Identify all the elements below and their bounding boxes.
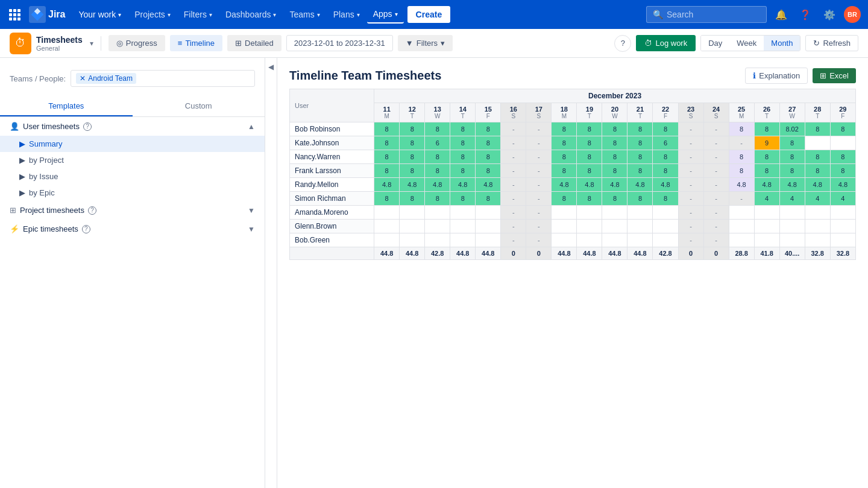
- footer-cell: 0: [678, 247, 703, 260]
- nav-menu: Your work ▾ Projects ▾ Filters ▾ Dashboa…: [72, 5, 644, 24]
- refresh-button[interactable]: ↻ Refresh: [805, 35, 858, 51]
- timesheets-table: User December 2023 11M12T13W14T15F16S17S…: [289, 89, 856, 260]
- create-button[interactable]: Create: [407, 6, 451, 23]
- table-row: Randy.Mellon4.84.84.84.84.8--4.84.84.84.…: [290, 178, 856, 192]
- timesheet-cell: -: [526, 178, 552, 192]
- timesheet-cell: 8: [476, 164, 501, 178]
- timesheet-cell: 8: [425, 164, 450, 178]
- timesheet-cell: [425, 220, 450, 233]
- footer-cell: 44.8: [627, 247, 653, 260]
- timesheet-cell: 8: [450, 192, 476, 206]
- date-range-button[interactable]: 2023-12-01 to 2023-12-31: [286, 35, 393, 51]
- timesheet-cell: -: [678, 233, 703, 247]
- teams-input[interactable]: ✕ Android Team: [71, 70, 255, 87]
- timesheet-cell: 8: [805, 122, 830, 136]
- tab-custom[interactable]: Custom: [133, 97, 265, 116]
- timesheet-cell: -: [729, 192, 754, 206]
- chevron-down-icon: ▾: [273, 11, 276, 18]
- excel-button[interactable]: ⊞ Excel: [813, 68, 856, 83]
- nav-your-work[interactable]: Your work ▾: [72, 6, 127, 23]
- timesheet-cell: -: [729, 136, 754, 150]
- timeline-view-button[interactable]: ≡ Timeline: [170, 35, 222, 51]
- help-button[interactable]: ❓: [796, 5, 815, 24]
- timesheet-cell: [779, 220, 805, 233]
- timesheet-cell: [627, 233, 653, 247]
- table-row: Kate.Johnson88688--88886---98: [290, 136, 856, 150]
- filters-button[interactable]: ▼ Filters ▾: [398, 35, 453, 51]
- detailed-view-button[interactable]: ⊞ Detailed: [227, 35, 281, 51]
- settings-button[interactable]: ⚙️: [820, 5, 839, 24]
- explanation-button[interactable]: ℹ Explanation: [745, 68, 808, 84]
- timesheet-cell: -: [526, 233, 552, 247]
- timesheet-cell: -: [526, 206, 552, 220]
- nav-plans[interactable]: Plans ▾: [327, 6, 366, 23]
- timesheet-cell: 8: [627, 192, 653, 206]
- day-header-16: 16S: [501, 103, 526, 122]
- info-icon: ℹ: [753, 71, 756, 80]
- nav-apps[interactable]: Apps ▾: [367, 5, 404, 24]
- footer-cell: 41.8: [754, 247, 779, 260]
- timesheet-cell: -: [678, 122, 703, 136]
- notifications-button[interactable]: 🔔: [772, 5, 791, 24]
- title-chevron-icon[interactable]: ▾: [90, 39, 93, 48]
- timesheet-cell: 8: [552, 192, 577, 206]
- avatar[interactable]: BR: [844, 6, 861, 23]
- filter-chevron-icon: ▾: [441, 39, 445, 48]
- epic-timesheets-section[interactable]: ⚡ Epic timesheets ? ▼: [0, 220, 265, 238]
- footer-cell: 44.8: [450, 247, 476, 260]
- timesheet-cell: [425, 206, 450, 220]
- timesheet-cell: [653, 233, 678, 247]
- timesheet-cell: 4.8: [476, 178, 501, 192]
- timesheet-cell: [400, 206, 425, 220]
- nav-by-project[interactable]: ▶ by Project: [0, 152, 265, 168]
- timesheet-cell: -: [501, 178, 526, 192]
- tag-close-button[interactable]: ✕: [80, 74, 86, 83]
- progress-view-button[interactable]: ◎ Progress: [108, 35, 165, 51]
- context-help-button[interactable]: ?: [614, 35, 631, 52]
- user-name-cell: Nancy.Warren: [290, 150, 374, 164]
- timesheet-cell: [805, 220, 830, 233]
- day-header-28: 28T: [805, 103, 830, 122]
- log-work-button[interactable]: ⏱ Log work: [636, 35, 696, 51]
- month-button[interactable]: Month: [764, 36, 800, 51]
- tab-templates[interactable]: Templates: [0, 97, 133, 116]
- chevron-down-icon: ▾: [357, 11, 360, 18]
- footer-row: 44.844.842.844.844.80044.844.844.844.842…: [290, 247, 856, 260]
- project-timesheets-section[interactable]: ⊞ Project timesheets ? ▼: [0, 201, 265, 220]
- timesheet-cell: [627, 220, 653, 233]
- timesheet-cell: 8: [450, 136, 476, 150]
- app-switcher-button[interactable]: [7, 7, 22, 22]
- timesheet-cell: 8: [602, 164, 627, 178]
- timesheet-cell: -: [703, 220, 729, 233]
- user-name-cell: Bob Robinson: [290, 122, 374, 136]
- epic-timesheets-help-icon[interactable]: ?: [82, 225, 90, 233]
- nav-projects[interactable]: Projects ▾: [128, 6, 177, 23]
- footer-cell: 32.8: [830, 247, 855, 260]
- project-timesheets-help-icon[interactable]: ?: [88, 206, 96, 215]
- chevron-down-icon: ▾: [209, 11, 212, 18]
- search-input[interactable]: [667, 10, 751, 19]
- nav-dashboards[interactable]: Dashboards ▾: [219, 6, 283, 23]
- day-button[interactable]: Day: [701, 36, 729, 51]
- user-timesheets-help-icon[interactable]: ?: [83, 122, 92, 131]
- nav-teams[interactable]: Teams ▾: [283, 6, 326, 23]
- week-button[interactable]: Week: [729, 36, 764, 51]
- month-header: December 2023: [374, 89, 856, 103]
- timesheet-cell: -: [678, 192, 703, 206]
- search-box[interactable]: 🔍: [646, 6, 767, 23]
- nav-summary[interactable]: ▶ Summary: [0, 136, 265, 152]
- timesheet-cell: [450, 233, 476, 247]
- day-header-26: 26T: [754, 103, 779, 122]
- timesheet-cell: 4.8: [425, 178, 450, 192]
- timesheet-cell: [729, 233, 754, 247]
- nav-by-issue[interactable]: ▶ by Issue: [0, 168, 265, 185]
- timesheet-cell: 8: [425, 150, 450, 164]
- timesheet-cell: [830, 233, 855, 247]
- nav-by-epic[interactable]: ▶ by Epic: [0, 185, 265, 201]
- nav-filters[interactable]: Filters ▾: [178, 6, 218, 23]
- timesheet-cell: [830, 136, 855, 150]
- collapse-panel[interactable]: ◀: [265, 58, 277, 488]
- table-row: Amanda.Moreno----: [290, 206, 856, 220]
- jira-logo[interactable]: Jira: [29, 6, 65, 23]
- user-timesheets-section[interactable]: 👤 User timesheets ? ▲: [0, 117, 265, 136]
